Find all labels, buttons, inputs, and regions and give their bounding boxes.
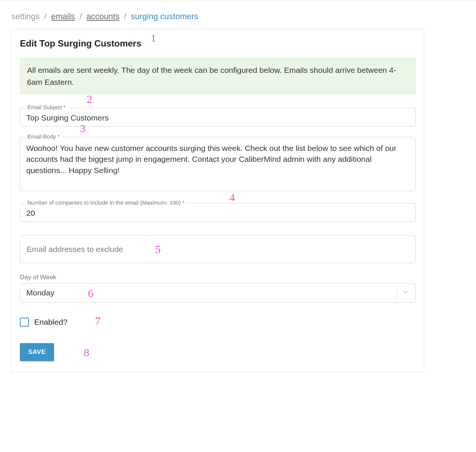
num-companies-input[interactable] [20,203,416,222]
breadcrumb-item-emails[interactable]: emails [51,12,75,21]
breadcrumb-item-settings: settings [11,12,40,21]
panel-title: Edit Top Surging Customers [20,38,142,49]
email-body-label: Email Body * [25,133,62,140]
num-companies-field: 4 Number of companies to include in the … [20,203,416,222]
day-of-week-value: Monday [26,288,54,297]
enabled-row: Enabled? 7 [20,318,416,327]
breadcrumb-current: surging customers [131,12,199,21]
edit-panel: Edit Top Surging Customers 1 All emails … [11,29,424,372]
annotation-2: 2 [87,93,92,105]
email-subject-field: 2 Email Subject * [20,108,416,127]
select-separator [397,287,397,299]
email-subject-input[interactable] [20,108,416,127]
day-of-week-label: Day of Week [20,274,416,281]
num-companies-label: Number of companies to include in the em… [25,199,187,206]
breadcrumb-sep: / [77,12,84,21]
annotation-1: 1 [151,32,156,44]
exclude-emails-input[interactable] [20,235,416,263]
exclude-emails-field: 5 Email addresses to exclude [20,235,416,263]
annotation-6: 6 [88,287,93,300]
annotation-4: 4 [229,191,235,204]
info-alert: All emails are sent weekly. The day of t… [20,58,416,94]
annotation-8: 8 [84,346,89,359]
breadcrumb-sep: / [42,12,49,21]
annotation-7: 7 [95,315,101,327]
email-body-field: 3 Email Body * [20,137,416,193]
breadcrumb-item-accounts[interactable]: accounts [86,12,119,21]
email-body-input[interactable] [20,137,416,191]
email-subject-label: Email Subject * [25,104,68,110]
enabled-checkbox[interactable] [20,318,29,327]
enabled-label: Enabled? [34,318,68,327]
breadcrumb: settings / emails / accounts / surging c… [11,6,465,29]
breadcrumb-sep: / [122,12,128,21]
day-of-week-select[interactable]: Monday 6 [20,283,416,303]
save-button[interactable]: SAVE [20,343,54,361]
chevron-down-icon [402,288,409,298]
